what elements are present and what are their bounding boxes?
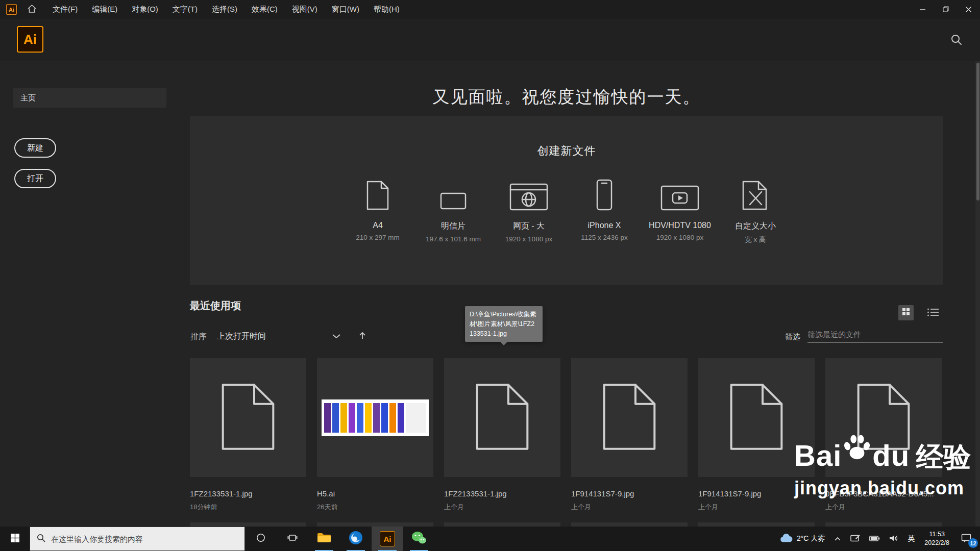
greeting-text: 又见面啦。祝您度过愉快的一天。: [190, 86, 943, 109]
file-name: 1F914131S7-9.jpg: [571, 489, 688, 498]
phone-icon: [596, 179, 613, 213]
file-placeholder-icon: [474, 382, 531, 454]
recent-file-card[interactable]: [190, 358, 306, 477]
browser-button[interactable]: [340, 527, 372, 551]
preset-name: A4: [373, 221, 383, 230]
search-button[interactable]: [950, 34, 963, 47]
task-view-button[interactable]: [277, 527, 308, 551]
filter-input[interactable]: [807, 327, 943, 343]
app-mini-icon: Ai: [6, 4, 17, 15]
video-screen-icon: [660, 185, 699, 213]
wechat-button[interactable]: [403, 527, 435, 551]
preset-iphone-x[interactable]: iPhone X 1125 x 2436 px: [567, 173, 642, 244]
taskbar-search-input[interactable]: [51, 535, 219, 543]
system-tray: 2°C 大雾: [775, 527, 980, 551]
start-button[interactable]: [0, 527, 30, 551]
weather-widget[interactable]: 2°C 大雾: [775, 527, 829, 551]
menu-object[interactable]: 对象(O): [125, 0, 165, 19]
tray-overflow-button[interactable]: [829, 527, 846, 551]
file-time: 上个月: [825, 503, 942, 512]
taskbar-search-box[interactable]: [30, 527, 245, 551]
scrollbar-thumb[interactable]: [976, 63, 979, 201]
close-button[interactable]: [957, 0, 980, 19]
preset-a4[interactable]: A4 210 x 297 mm: [340, 173, 415, 244]
preset-name: iPhone X: [588, 221, 621, 230]
preset-name: 自定义大小: [735, 221, 776, 232]
preset-size: 宽 x 高: [745, 235, 766, 244]
preset-name: 网页 - 大: [513, 221, 545, 232]
menu-file[interactable]: 文件(F): [45, 0, 85, 19]
preset-web-large[interactable]: 网页 - 大 980 x 551 px: [491, 173, 567, 244]
sort-value: 上次打开时间: [217, 331, 266, 342]
next-row-card-sliver: [571, 522, 688, 527]
file-name: 1FZ2133531-1.jpg: [190, 489, 306, 498]
custom-size-tools-icon: [741, 180, 770, 213]
app-bar: Ai: [0, 19, 980, 61]
menu-view[interactable]: 视图(V): [285, 0, 325, 19]
recent-file-card[interactable]: [571, 358, 688, 477]
vertical-scrollbar[interactable]: [975, 61, 980, 527]
recent-section-title: 最近使用项: [190, 299, 241, 313]
next-row-card-sliver: [444, 522, 560, 527]
create-new-panel: 创建新文件 A4 210 x 297 mm 明信片 197.6 x 101.6 …: [190, 116, 943, 285]
pen-input-button[interactable]: [846, 527, 865, 551]
restore-button[interactable]: [934, 0, 957, 19]
preset-name: HDV/HDTV 1080: [649, 221, 711, 230]
list-view-icon: [927, 308, 939, 319]
illustrator-logo: Ai: [17, 26, 43, 53]
watermark-brand-cn: 经验: [916, 443, 971, 470]
close-icon: [966, 5, 971, 14]
language-indicator[interactable]: 英: [903, 527, 919, 551]
chevron-down-icon: [332, 332, 340, 341]
battery-button[interactable]: [865, 527, 885, 551]
watermark-brand-suffix: du: [872, 441, 910, 470]
recent-file-item: 1F914131S7-9.jpg 上个月: [571, 358, 688, 512]
recent-file-item: 1FZ2133531-1.jpg 18分钟前: [190, 358, 306, 512]
postcard-icon: [440, 191, 467, 213]
preset-name: 明信片: [441, 221, 465, 232]
menu-edit[interactable]: 编辑(E): [85, 0, 125, 19]
home-button[interactable]: [23, 0, 40, 19]
minimize-button[interactable]: [911, 0, 934, 19]
wechat-icon: [411, 531, 427, 547]
recent-file-card[interactable]: [317, 358, 433, 477]
windows-logo-icon: [11, 534, 19, 544]
file-explorer-folder-icon: [317, 532, 331, 545]
preset-custom-size[interactable]: 自定义大小 宽 x 高: [718, 173, 793, 244]
h5-thumbnail: [322, 399, 429, 436]
menu-type[interactable]: 文字(T): [165, 0, 205, 19]
file-explorer-button[interactable]: [308, 527, 340, 551]
clock-widget[interactable]: 11:53 2022/2/8: [919, 527, 954, 551]
file-placeholder-icon: [219, 382, 277, 454]
sort-dropdown[interactable]: 上次打开时间: [217, 329, 340, 343]
chevron-up-icon: [834, 535, 841, 543]
action-center-button[interactable]: 12: [954, 527, 978, 551]
sidebar-item-home[interactable]: 主页: [13, 88, 166, 108]
preset-size: 210 x 297 mm: [356, 234, 400, 241]
file-time: 18分钟前: [190, 503, 306, 512]
new-file-button[interactable]: 新建: [14, 138, 56, 158]
preset-postcard[interactable]: 明信片 197.6 x 101.6 mm: [415, 173, 491, 244]
illustrator-taskbar-button[interactable]: Ai: [372, 527, 403, 551]
browser-icon: [349, 531, 363, 547]
preset-hdv[interactable]: HDV/HDTV 1080 980 x 551 px: [642, 173, 718, 244]
menu-window[interactable]: 窗口(W): [325, 0, 366, 19]
open-file-button[interactable]: 打开: [14, 169, 56, 188]
recent-file-card[interactable]: [444, 358, 560, 477]
speaker-icon: [889, 535, 898, 543]
next-row-card-sliver: [825, 522, 942, 527]
pen-input-icon: [850, 534, 860, 543]
menu-help[interactable]: 帮助(H): [366, 0, 407, 19]
grid-view-button[interactable]: [898, 305, 914, 320]
search-icon: [950, 34, 963, 48]
cortana-button[interactable]: [245, 527, 277, 551]
sort-direction-button[interactable]: [356, 329, 369, 343]
preset-row: A4 210 x 297 mm 明信片 197.6 x 101.6 mm: [190, 173, 943, 244]
menu-select[interactable]: 选择(S): [205, 0, 244, 19]
menu-effect[interactable]: 效果(C): [244, 0, 285, 19]
volume-button[interactable]: [885, 527, 903, 551]
illustrator-home-screen: Ai 文件(F) 编辑(E) 对象(O) 文字(T) 选择(S) 效果(C) 视…: [0, 0, 980, 551]
next-row-card-sliver: [190, 522, 306, 527]
list-view-button[interactable]: [925, 307, 941, 319]
weather-text: 2°C 大雾: [797, 534, 825, 543]
